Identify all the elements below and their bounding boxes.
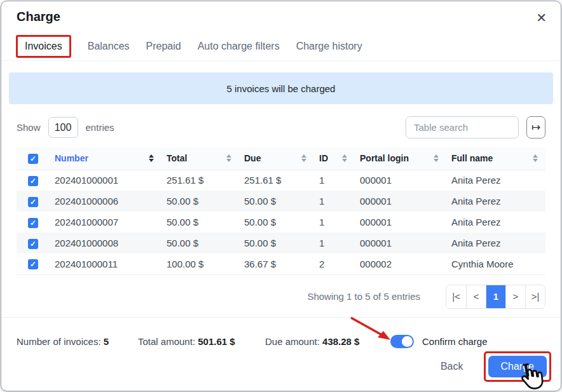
cell-full-name: Anita Perez <box>446 212 545 233</box>
invoice-table-body: 202401000001 251.61 $ 251.61 $ 1 000001 … <box>17 170 545 274</box>
sort-due[interactable]: Due <box>244 153 309 163</box>
cell-number: 202401000008 <box>50 233 161 253</box>
summary-row: Number of invoices: 5 Total amount: 501.… <box>1 318 561 348</box>
back-button[interactable]: Back <box>437 360 467 373</box>
pagination-row: Showing 1 to 5 of 5 entries |< < 1 > >| <box>17 285 545 309</box>
row-checkbox[interactable] <box>28 176 38 186</box>
cell-portal-login: 000001 <box>355 233 446 253</box>
next-page-button[interactable]: > <box>505 285 525 308</box>
sort-icon[interactable] <box>342 154 347 162</box>
total-amount-stat: Total amount: 501.61 $ <box>138 336 265 347</box>
actions-row: Back Charge <box>1 348 561 382</box>
search-input[interactable] <box>406 116 519 139</box>
row-checkbox[interactable] <box>28 259 38 269</box>
cell-due: 36.67 $ <box>239 253 314 274</box>
invoice-table: Number Total Due <box>17 147 545 275</box>
sort-total[interactable]: Total <box>167 153 234 163</box>
sort-icon[interactable] <box>533 154 538 162</box>
cell-number: 202401000006 <box>50 191 161 212</box>
cell-id: 2 <box>314 253 355 274</box>
cell-total: 100.00 $ <box>161 253 239 274</box>
checkmark-icon <box>28 154 38 164</box>
confirm-charge-label: Confirm charge <box>422 336 488 347</box>
select-all-checkbox[interactable] <box>28 154 38 164</box>
table-row: 202401000008 50.00 $ 50.00 $ 1 000001 An… <box>17 233 545 253</box>
page-1-button[interactable]: 1 <box>486 285 505 308</box>
cell-portal-login: 000001 <box>355 191 446 212</box>
row-checkbox-cell <box>17 170 50 191</box>
row-checkbox-cell <box>17 233 50 253</box>
cell-due: 50.00 $ <box>239 212 314 233</box>
cell-total: 50.00 $ <box>161 212 239 233</box>
cell-full-name: Anita Perez <box>446 170 545 191</box>
first-page-button[interactable]: |< <box>446 285 466 308</box>
prev-page-button[interactable]: < <box>466 285 486 308</box>
page-size-input[interactable] <box>48 117 78 138</box>
checkmark-icon <box>28 197 38 207</box>
column-header-full-name: Full name <box>446 147 545 170</box>
column-header-id: ID <box>314 147 355 170</box>
entries-label: entries <box>86 122 114 133</box>
cell-total: 50.00 $ <box>161 191 239 212</box>
cell-portal-login: 000001 <box>355 170 446 191</box>
annotation-box-charge: Charge <box>484 351 551 382</box>
column-header-due: Due <box>239 147 314 170</box>
table-header: Number Total Due <box>17 147 545 170</box>
cell-due: 50.00 $ <box>239 191 314 212</box>
pagination-summary: Showing 1 to 5 of 5 entries <box>307 291 420 302</box>
tab-auto-charge-filters[interactable]: Auto charge filters <box>198 41 280 52</box>
checkmark-icon <box>28 218 38 228</box>
toggle-knob <box>402 336 413 347</box>
cell-full-name: Anita Perez <box>446 233 545 253</box>
modal-header: Charge ✕ <box>1 1 561 24</box>
sort-icon[interactable] <box>149 154 154 162</box>
cell-id: 1 <box>314 233 355 253</box>
charge-modal: Charge ✕ Invoices Balances Prepaid Auto … <box>1 1 561 391</box>
last-page-button[interactable]: >| <box>525 285 545 308</box>
search-controls: ↦ <box>406 116 545 139</box>
export-icon: ↦ <box>531 121 540 134</box>
checkmark-icon <box>28 259 38 269</box>
sort-icon[interactable] <box>434 154 439 162</box>
row-checkbox-cell <box>17 191 50 212</box>
export-button[interactable]: ↦ <box>526 116 545 139</box>
charge-button[interactable]: Charge <box>488 356 547 377</box>
cell-due: 251.61 $ <box>239 170 314 191</box>
tab-prepaid[interactable]: Prepaid <box>146 41 181 52</box>
row-checkbox[interactable] <box>28 239 38 249</box>
cell-full-name: Cynthia Moore <box>446 253 545 274</box>
table-row: 202401000011 100.00 $ 36.67 $ 2 000002 C… <box>17 253 545 274</box>
sort-number[interactable]: Number <box>55 153 156 163</box>
cell-due: 50.00 $ <box>239 233 314 253</box>
annotation-box-invoices: Invoices <box>16 35 71 58</box>
cell-full-name: Anita Perez <box>446 191 545 212</box>
cell-id: 1 <box>314 191 355 212</box>
sort-full-name[interactable]: Full name <box>451 153 540 163</box>
cell-number: 202401000011 <box>50 253 161 274</box>
tab-invoices[interactable]: Invoices <box>25 41 62 51</box>
show-label: Show <box>17 122 41 133</box>
cell-total: 251.61 $ <box>161 170 239 191</box>
close-icon[interactable]: ✕ <box>536 11 547 24</box>
row-checkbox[interactable] <box>28 218 38 228</box>
sort-portal-login[interactable]: Portal login <box>360 153 441 163</box>
checkmark-icon <box>28 176 38 186</box>
row-checkbox[interactable] <box>28 197 38 207</box>
confirm-charge-toggle[interactable] <box>390 335 414 348</box>
table-controls: Show entries ↦ <box>17 116 545 139</box>
table-row: 202401000001 251.61 $ 251.61 $ 1 000001 … <box>17 170 545 191</box>
cell-portal-login: 000001 <box>355 212 446 233</box>
page-title: Charge <box>17 10 60 24</box>
header-checkbox-cell <box>17 147 50 170</box>
row-checkbox-cell <box>17 253 50 274</box>
tab-bar: Invoices Balances Prepaid Auto charge fi… <box>1 32 561 61</box>
sort-id[interactable]: ID <box>319 153 350 163</box>
tab-balances[interactable]: Balances <box>88 41 130 52</box>
tab-charge-history[interactable]: Charge history <box>296 41 362 52</box>
pager: |< < 1 > >| <box>446 285 545 309</box>
cell-total: 50.00 $ <box>161 233 239 253</box>
sort-icon[interactable] <box>226 154 231 162</box>
sort-icon[interactable] <box>301 154 306 162</box>
column-header-total: Total <box>161 147 239 170</box>
cell-id: 1 <box>314 170 355 191</box>
